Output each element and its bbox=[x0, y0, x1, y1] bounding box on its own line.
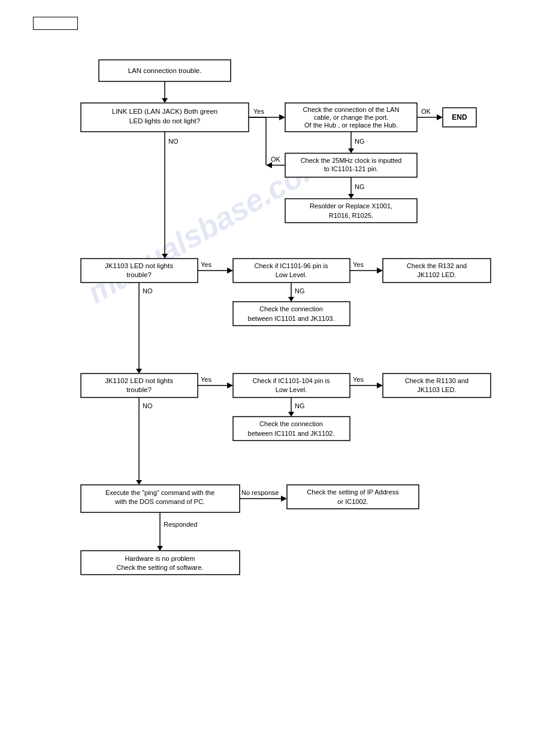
svg-text:Low Level.: Low Level. bbox=[276, 271, 307, 278]
svg-text:JK1103 LED not lights: JK1103 LED not lights bbox=[105, 262, 173, 269]
svg-text:NG: NG bbox=[295, 287, 305, 294]
svg-marker-55 bbox=[288, 297, 294, 302]
svg-text:Check the setting of IP Addres: Check the setting of IP Address bbox=[307, 488, 399, 496]
svg-text:between IC1101 and JK1103.: between IC1101 and JK1103. bbox=[248, 315, 335, 322]
svg-text:Check the R132 and: Check the R132 and bbox=[407, 262, 467, 269]
svg-text:NO: NO bbox=[143, 287, 153, 294]
svg-marker-85 bbox=[136, 480, 142, 485]
svg-text:NG: NG bbox=[355, 138, 365, 145]
svg-text:OK: OK bbox=[271, 156, 281, 163]
svg-text:to IC1101-121 pin.: to IC1101-121 pin. bbox=[324, 165, 379, 172]
svg-text:Hardware is no problem: Hardware is no problem bbox=[125, 555, 195, 562]
svg-marker-61 bbox=[136, 369, 142, 374]
svg-text:Yes: Yes bbox=[201, 376, 211, 383]
svg-text:NG: NG bbox=[355, 183, 365, 190]
svg-text:JK1103 LED.: JK1103 LED. bbox=[418, 386, 457, 393]
svg-text:Check the setting of software.: Check the setting of software. bbox=[117, 564, 204, 571]
flowchart-svg: LAN connection trouble. LINK LED (LAN JA… bbox=[33, 54, 506, 712]
svg-marker-49 bbox=[377, 268, 383, 274]
svg-text:JK1102 LED.: JK1102 LED. bbox=[418, 271, 457, 278]
svg-text:LED lights do not light?: LED lights do not light? bbox=[129, 117, 200, 125]
svg-text:No response: No response bbox=[241, 489, 279, 496]
svg-marker-79 bbox=[288, 412, 294, 417]
svg-text:NO: NO bbox=[143, 402, 153, 409]
svg-text:Check the 25MHz clock is input: Check the 25MHz clock is inputted bbox=[301, 157, 402, 164]
svg-text:Yes: Yes bbox=[353, 261, 364, 268]
svg-text:OK: OK bbox=[421, 108, 431, 115]
svg-text:Check the connection of the LA: Check the connection of the LAN bbox=[303, 106, 400, 113]
svg-text:trouble?: trouble? bbox=[126, 386, 152, 393]
svg-marker-67 bbox=[227, 382, 233, 388]
svg-marker-26 bbox=[266, 162, 272, 168]
corner-box bbox=[33, 17, 78, 30]
svg-marker-31 bbox=[348, 194, 354, 199]
svg-marker-8 bbox=[279, 114, 285, 120]
svg-rect-99 bbox=[81, 551, 240, 575]
svg-marker-15 bbox=[437, 114, 443, 120]
svg-text:LINK LED (LAN JACK) Both green: LINK LED (LAN JACK) Both green bbox=[112, 108, 217, 115]
svg-text:Check the R1130 and: Check the R1130 and bbox=[405, 377, 468, 384]
svg-text:Of the Hub , or replace the Hu: Of the Hub , or replace the Hub. bbox=[304, 122, 398, 129]
svg-text:NO: NO bbox=[168, 138, 179, 145]
svg-text:Responded: Responded bbox=[164, 521, 197, 528]
svg-text:trouble?: trouble? bbox=[126, 271, 152, 278]
svg-text:or IC1002.: or IC1002. bbox=[337, 498, 368, 505]
svg-text:JK1102 LED not lights: JK1102 LED not lights bbox=[105, 377, 173, 384]
svg-text:Check if IC1101-104 pin is: Check if IC1101-104 pin is bbox=[252, 377, 330, 384]
page: manualsbase.com LAN connection trouble. … bbox=[0, 0, 535, 756]
svg-text:Check the connection: Check the connection bbox=[259, 305, 323, 312]
svg-text:Yes: Yes bbox=[353, 376, 364, 383]
svg-text:Yes: Yes bbox=[253, 108, 264, 115]
svg-marker-73 bbox=[377, 382, 383, 388]
svg-text:cable, or change the port.: cable, or change the port. bbox=[314, 114, 389, 121]
svg-marker-37 bbox=[162, 254, 168, 259]
svg-text:Yes: Yes bbox=[201, 261, 211, 268]
svg-marker-43 bbox=[227, 268, 233, 274]
svg-marker-97 bbox=[157, 546, 163, 551]
svg-text:LAN connection trouble.: LAN connection trouble. bbox=[128, 67, 202, 74]
svg-marker-3 bbox=[162, 98, 168, 103]
svg-marker-91 bbox=[281, 496, 287, 502]
svg-text:END: END bbox=[452, 113, 467, 122]
svg-text:between IC1101 and JK1102.: between IC1101 and JK1102. bbox=[248, 430, 335, 437]
svg-text:R1016, R1025.: R1016, R1025. bbox=[329, 212, 373, 219]
svg-text:Check the connection: Check the connection bbox=[259, 420, 323, 427]
svg-text:Execute the "ping" command  wi: Execute the "ping" command with the bbox=[105, 489, 214, 496]
svg-text:with the DOS command of PC.: with the DOS command of PC. bbox=[114, 498, 205, 505]
svg-text:Resolder or Replace X1001,: Resolder or Replace X1001, bbox=[310, 202, 392, 210]
svg-text:NG: NG bbox=[295, 402, 305, 409]
svg-text:Check if IC1101-96 pin is: Check if IC1101-96 pin is bbox=[255, 262, 328, 269]
svg-marker-20 bbox=[348, 148, 354, 153]
svg-text:Low Level.: Low Level. bbox=[276, 386, 307, 393]
